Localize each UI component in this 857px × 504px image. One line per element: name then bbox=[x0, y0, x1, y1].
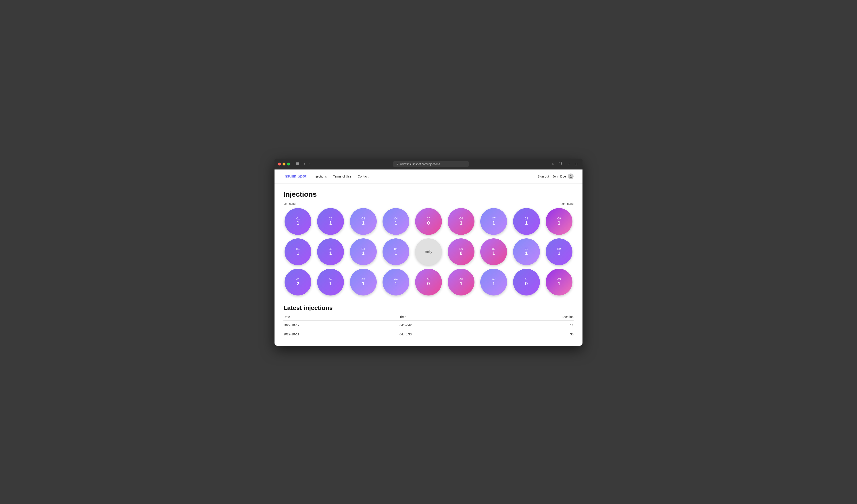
circle-label-C1: C1 bbox=[296, 217, 300, 220]
injection-circle-C4[interactable]: C41 bbox=[383, 208, 409, 235]
sidebar-toggle[interactable] bbox=[295, 161, 301, 167]
injection-circle-B3[interactable]: B31 bbox=[350, 238, 377, 265]
svg-rect-2 bbox=[296, 164, 299, 165]
url-text: www.insulinspot.com/injections bbox=[400, 162, 440, 166]
back-button[interactable]: ‹ bbox=[302, 161, 306, 167]
circle-label-C3: C3 bbox=[361, 217, 365, 220]
grid-row-A: A12A21A31A41A50A61A71A80A91 bbox=[283, 269, 574, 295]
nav-right: Sign out John Doe bbox=[538, 174, 574, 179]
nav-link-contact[interactable]: Contact bbox=[358, 175, 368, 178]
circle-count-A6: 1 bbox=[460, 281, 463, 286]
circle-label-A2: A2 bbox=[329, 277, 332, 281]
injection-circle-A5[interactable]: A50 bbox=[415, 269, 442, 295]
address-bar-container: www.insulinspot.com/injections bbox=[315, 161, 548, 167]
browser-toolbar-left: ‹ › bbox=[295, 161, 312, 167]
table-row: 2022-10-1104:48:3333 bbox=[283, 330, 574, 339]
injection-circle-A7[interactable]: A71 bbox=[480, 269, 507, 295]
user-info: John Doe bbox=[553, 174, 574, 179]
circle-label-C9: C9 bbox=[557, 217, 561, 220]
browser-window: ‹ › www.insulinspot.com/injections ↻ + ⊞… bbox=[274, 159, 583, 346]
injection-circle-A6[interactable]: A61 bbox=[448, 269, 474, 295]
latest-injections-title: Latest injections bbox=[283, 305, 574, 312]
sign-out-button[interactable]: Sign out bbox=[538, 175, 549, 178]
injection-circle-A2[interactable]: A21 bbox=[317, 269, 344, 295]
circle-count-C6: 1 bbox=[460, 220, 463, 226]
share-button[interactable] bbox=[558, 161, 564, 167]
circle-count-A9: 1 bbox=[558, 281, 560, 286]
injection-circle-A3[interactable]: A31 bbox=[350, 269, 377, 295]
circle-label-B6: B6 bbox=[459, 247, 463, 250]
injection-circle-C7[interactable]: C71 bbox=[480, 208, 507, 235]
circle-count-C1: 1 bbox=[297, 220, 299, 226]
circle-count-A4: 1 bbox=[394, 281, 397, 286]
circle-label-B9: B9 bbox=[557, 247, 561, 250]
forward-button[interactable]: › bbox=[308, 161, 312, 167]
latest-injections-section: Latest injections Date Time Location 202… bbox=[283, 305, 574, 339]
new-tab-button[interactable]: + bbox=[567, 161, 571, 167]
injection-circle-C5[interactable]: C50 bbox=[415, 208, 442, 235]
injection-circle-B2[interactable]: B21 bbox=[317, 238, 344, 265]
injection-circle-B8[interactable]: B81 bbox=[513, 238, 540, 265]
injection-circle-B4[interactable]: B41 bbox=[383, 238, 409, 265]
svg-rect-1 bbox=[296, 163, 299, 164]
circle-count-C5: 0 bbox=[427, 220, 430, 226]
injection-circle-C9[interactable]: C91 bbox=[546, 208, 572, 235]
circle-count-C9: 1 bbox=[558, 220, 560, 226]
injection-grid: C11C21C31C41C50C61C71C81C91B11B21B31B41B… bbox=[283, 208, 574, 295]
circle-count-C3: 1 bbox=[362, 220, 365, 226]
injection-circle-C8[interactable]: C81 bbox=[513, 208, 540, 235]
right-hand-label: Right hand bbox=[559, 202, 574, 205]
avatar bbox=[568, 174, 574, 179]
address-bar[interactable]: www.insulinspot.com/injections bbox=[393, 161, 469, 167]
circle-count-A1: 2 bbox=[297, 281, 299, 286]
injection-circle-A4[interactable]: A41 bbox=[383, 269, 409, 295]
injection-circle-A9[interactable]: A91 bbox=[546, 269, 572, 295]
injection-circle-C6[interactable]: C61 bbox=[448, 208, 474, 235]
minimize-button[interactable] bbox=[283, 162, 285, 166]
circle-count-A8: 0 bbox=[525, 281, 528, 286]
left-hand-label: Left hand bbox=[283, 202, 296, 205]
close-button[interactable] bbox=[278, 162, 281, 166]
nav-links: Injections Terms of Use Contact bbox=[314, 175, 368, 178]
injection-circle-C2[interactable]: C21 bbox=[317, 208, 344, 235]
cell-date-0: 2022-10-12 bbox=[283, 320, 400, 330]
injection-circle-B6[interactable]: B60 bbox=[448, 238, 474, 265]
browser-chrome: ‹ › www.insulinspot.com/injections ↻ + ⊞ bbox=[274, 159, 583, 170]
brand-logo[interactable]: Insulin Spot bbox=[283, 174, 306, 179]
grid-button[interactable]: ⊞ bbox=[573, 161, 579, 167]
circle-count-B6: 0 bbox=[460, 250, 463, 256]
injection-circle-B5[interactable]: Belly bbox=[415, 238, 442, 265]
injection-circle-A1[interactable]: A12 bbox=[285, 269, 311, 295]
injection-circle-C3[interactable]: C31 bbox=[350, 208, 377, 235]
maximize-button[interactable] bbox=[287, 162, 290, 166]
injection-circle-B7[interactable]: B71 bbox=[480, 238, 507, 265]
col-location: Location bbox=[488, 315, 574, 321]
traffic-lights bbox=[278, 162, 290, 166]
circle-count-B3: 1 bbox=[362, 250, 365, 256]
circle-label-C8: C8 bbox=[524, 217, 528, 220]
nav-link-terms[interactable]: Terms of Use bbox=[333, 175, 351, 178]
cell-date-1: 2022-10-11 bbox=[283, 330, 400, 339]
injection-circle-C1[interactable]: C11 bbox=[285, 208, 311, 235]
circle-label-B7: B7 bbox=[492, 247, 495, 250]
circle-label-A7: A7 bbox=[492, 277, 495, 281]
circle-count-C7: 1 bbox=[492, 220, 495, 226]
navigation: Insulin Spot Injections Terms of Use Con… bbox=[274, 170, 583, 184]
page-title: Injections bbox=[283, 190, 574, 198]
reload-button[interactable]: ↻ bbox=[550, 161, 556, 167]
circle-label-C6: C6 bbox=[459, 217, 463, 220]
col-time: Time bbox=[400, 315, 488, 321]
injection-circle-A8[interactable]: A80 bbox=[513, 269, 540, 295]
grid-row-C: C11C21C31C41C50C61C71C81C91 bbox=[283, 208, 574, 235]
injection-circle-B9[interactable]: B91 bbox=[546, 238, 572, 265]
nav-link-injections[interactable]: Injections bbox=[314, 175, 327, 178]
col-date: Date bbox=[283, 315, 400, 321]
injections-table: Date Time Location 2022-10-1204:57:42112… bbox=[283, 315, 574, 339]
circle-count-A7: 1 bbox=[492, 281, 495, 286]
circle-label-A6: A6 bbox=[459, 277, 463, 281]
circle-label-C7: C7 bbox=[492, 217, 496, 220]
main-content: Injections Left hand Right hand C11C21C3… bbox=[274, 184, 583, 346]
injection-circle-B1[interactable]: B11 bbox=[285, 238, 311, 265]
circle-label-C4: C4 bbox=[394, 217, 398, 220]
circle-count-A3: 1 bbox=[362, 281, 365, 286]
